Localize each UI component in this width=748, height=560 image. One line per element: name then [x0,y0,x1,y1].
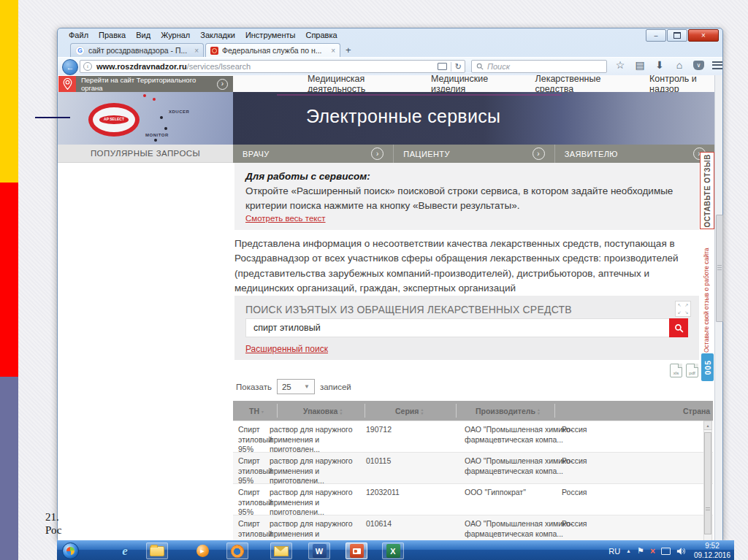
slide-caption: 21. Рос [45,510,68,538]
taskbar-clock[interactable]: 9:52 09.12.2016 [691,542,730,560]
col-pack[interactable]: Упаковка▴▾ [303,407,342,415]
browser-scrollbar-thumb[interactable] [716,215,723,322]
table-row[interactable]: Спирт этиловый 95% раствор для наружного… [233,421,713,453]
tab-popular-requests[interactable]: ПОПУЛЯРНЫЕ ЗАПРОСЫ [58,145,233,163]
table-scrollbar-thumb[interactable] [704,432,711,534]
advanced-search-link[interactable]: Расширенный поиск [245,344,328,354]
maximize-button[interactable] [667,29,687,42]
page-size-row: Показать 25 ▼ записей [236,379,351,394]
show-label: Показать [236,383,272,391]
close-button[interactable]: × [688,29,719,42]
page-size-select[interactable]: 25 ▼ [277,379,315,394]
sort-icon: ▴▾ [421,408,423,415]
volume-icon[interactable] [676,547,685,556]
device-dot [143,94,146,97]
tab-patient[interactable]: ПАЦИЕНТУ › [394,145,554,163]
fullscreen-expand-icon[interactable]: ↖↗↙↘ [675,301,691,317]
cell-country: Россия [562,519,620,529]
taskbar-firefox[interactable] [226,542,248,559]
home-icon[interactable]: ⌂ [673,59,685,71]
location-pin-badge[interactable] [58,76,76,92]
hamburger-menu-icon[interactable] [712,61,722,69]
col-maker[interactable]: Производитель▴▾ [476,407,540,415]
tab-applicant-label: ЗАЯВИТЕЛЮ [565,150,618,158]
export-xls-icon[interactable]: xls [670,364,682,377]
tab-close-icon[interactable]: × [194,47,199,55]
menu-edit[interactable]: Правка [94,31,131,39]
action-center-icon[interactable]: ⚑ [637,547,644,555]
nav-medical-devices[interactable]: Медицинские изделия [431,75,509,94]
menu-help[interactable]: Справка [300,31,342,39]
col-tn[interactable]: ТН▾ [249,407,264,415]
tab-roszdravnadzor[interactable]: Федеральная служба по н... × [205,43,340,57]
downloads-icon[interactable]: ⬇ [654,59,665,71]
taskbar-internet-explorer[interactable]: e [114,542,136,559]
table-row[interactable]: Спирт этиловый 95% раствор для наружного… [233,515,713,541]
language-indicator[interactable]: RU [608,547,620,556]
menu-bookmarks[interactable]: Закладки [195,31,240,39]
menu-tools[interactable]: Инструменты [240,31,301,39]
info-title: Для работы с сервисом: [245,171,688,182]
browser-search-field[interactable]: Поиск [471,60,607,73]
menu-file[interactable]: Файл [64,31,94,39]
reload-icon[interactable]: ↻ [455,62,462,72]
table-row[interactable]: Спирт этиловый 95% раствор для наружного… [233,452,713,484]
taskbar-file-explorer[interactable] [146,542,168,559]
slide-caption-line2: Рос [45,523,68,537]
browser-tabbar: G сайт росздравнадзора - П... × Федераль… [58,41,722,57]
browser-scrollbar-track[interactable] [714,75,722,541]
feedback-tab[interactable]: ОСТАВЬТЕ ОТЗЫВ [700,152,714,229]
export-pdf-icon[interactable]: pdf [686,364,698,377]
nav-medicines[interactable]: Лекарственные средства [535,75,623,94]
clock-date: 09.12.2016 [694,551,730,560]
windows-logo-icon [66,547,75,555]
reader-mode-icon[interactable] [438,63,447,70]
menu-history[interactable]: Журнал [156,31,195,39]
table-row[interactable]: Спирт этиловый 95% раствор для наружного… [233,483,713,515]
new-tab-button[interactable]: + [346,45,351,55]
slide-stripe-yellow [0,0,18,183]
pocket-icon[interactable]: ∨ [693,61,704,70]
see-full-text-link[interactable]: Смотреть весь текст [245,214,326,223]
tab-applicant[interactable]: ЗАЯВИТЕЛЮ › [555,145,715,163]
tab-close-icon[interactable]: × [331,47,335,55]
word-icon: W [313,544,327,558]
powerpoint-icon [350,544,364,558]
device-label-monitor: MONITOR [145,133,169,137]
tab-title: сайт росздравнадзора - П... [88,46,187,55]
col-series[interactable]: Серия▴▾ [395,407,423,415]
cell-tn: Спирт этиловый 95% [238,488,273,518]
back-button[interactable]: ← [62,59,78,75]
col-country[interactable]: Страна [683,407,710,415]
tray-expand-icon[interactable]: ▲ [626,548,631,553]
taskbar-excel[interactable]: X [382,542,404,559]
territorial-site-link[interactable]: Перейти на сайт Территориального органа … [76,76,233,92]
excel-icon: X [386,544,400,558]
taskbar-media-player[interactable]: ▶ [191,542,213,559]
cell-tn: Спирт этиловый 95% [238,519,273,541]
device-logo: AP SELECT [88,103,140,137]
nav-medical-activity[interactable]: Медицинская деятельность [308,75,405,94]
taskbar-word[interactable]: W [308,542,330,559]
drug-search-input[interactable]: спирт этиловый [245,318,688,337]
minimize-button[interactable]: – [646,29,666,42]
slide-caption-line1: 21. [45,510,68,523]
site-info-icon[interactable]: i [83,62,92,71]
tab-doctor[interactable]: ВРАЧУ › [233,145,394,163]
drug-search-button[interactable] [669,318,688,337]
error-status-icon[interactable]: × [650,547,655,556]
folder-icon [150,546,164,556]
start-button[interactable] [62,542,79,559]
tab-google-search[interactable]: G сайт росздравнадзора - П... × [70,43,204,57]
url-bar[interactable]: i www.roszdravnadzor.ru/services/lssearc… [80,60,465,73]
table-scrollbar-up-icon[interactable]: ▲ [703,421,712,430]
network-icon[interactable] [661,548,671,555]
taskbar-powerpoint[interactable] [346,542,367,559]
taskbar-outlook[interactable] [270,542,292,559]
google-favicon: G [75,46,85,55]
star-icon[interactable]: ☆ [614,59,626,71]
menu-view[interactable]: Вид [131,31,156,39]
bookmarks-icon[interactable]: ▤ [634,59,646,71]
slide-dash-line [35,117,70,118]
nav-control[interactable]: Контроль и надзор [649,75,715,94]
